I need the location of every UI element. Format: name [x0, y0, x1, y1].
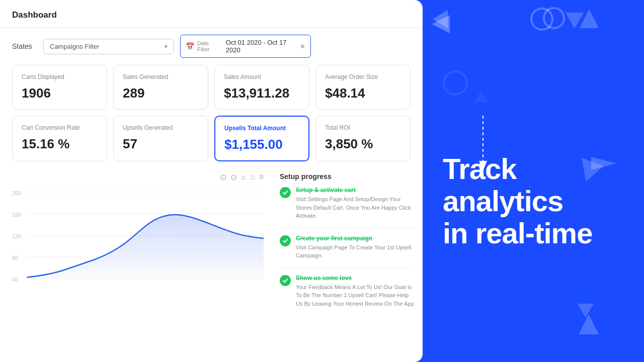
- svg-text:160: 160: [12, 212, 21, 218]
- stat-label-carts-displayed: Carts Displayed: [22, 73, 98, 80]
- stat-label-average-order-size: Average Order Size: [325, 73, 401, 80]
- setup-item-desc-3: Your Feedback Means A Lot To Us! Our Goa…: [296, 283, 415, 309]
- promo-line-2: analytics: [443, 185, 624, 217]
- chevron-down-icon: ▾: [165, 43, 168, 50]
- states-label: States: [12, 42, 37, 50]
- filters-row: States Campaigns Filter ▾ 📅 Date Filter …: [0, 28, 423, 65]
- setup-item-title-3: Show us some love: [296, 275, 415, 282]
- chart-zoom-icon[interactable]: ⌕: [241, 172, 246, 182]
- check-icon-3: [280, 275, 291, 286]
- check-icon-2: [280, 235, 291, 246]
- chart-home-icon[interactable]: ⌂: [250, 172, 255, 182]
- stat-card-cart-conversion-rate: Cart Conversion Rate 15.16 %: [12, 116, 107, 161]
- svg-marker-11: [432, 15, 450, 33]
- bg-triangle-bot-right: [579, 314, 599, 334]
- stat-card-average-order-size: Average Order Size $48.14: [315, 65, 411, 110]
- stats-grid-row1: Carts Displayed 1906 Sales Generated 289…: [0, 65, 423, 116]
- stat-value-carts-displayed: 1906: [22, 85, 98, 101]
- setup-item-content-2: Create your first campaign Visit Campaig…: [296, 235, 415, 260]
- setup-item-content-1: Setup & activate cart Visit Settings Pag…: [296, 187, 415, 220]
- bg-triangle-mid-right: [591, 151, 616, 176]
- promo-area: Track analytics in real-time: [423, 0, 644, 362]
- setup-item-2: Create your first campaign Visit Campaig…: [280, 235, 415, 267]
- date-filter-label: Date Filter: [197, 40, 221, 52]
- campaigns-filter-label: Campaigns Filter: [50, 43, 99, 50]
- setup-progress-title: Setup progress: [280, 172, 415, 180]
- date-filter-value: Oct 01 2020 - Oct 17 2020: [226, 39, 297, 54]
- svg-text:200: 200: [12, 190, 21, 196]
- stat-card-carts-displayed: Carts Displayed 1906: [12, 65, 107, 110]
- date-filter-close-icon[interactable]: ✕: [300, 43, 305, 50]
- setup-item-desc-2: Visit Campaign Page To Create Your 1st U…: [296, 243, 415, 260]
- setup-progress-panel: Setup progress Setup & activate cart Vis…: [272, 167, 423, 308]
- stat-value-sales-amount: $13,911.28: [224, 85, 300, 101]
- dashboard-panel: Dashboard States Campaigns Filter ▾ 📅 Da…: [0, 0, 423, 362]
- stat-label-upsells-total-amount: Upsells Total Amount: [224, 125, 299, 132]
- svg-text:80: 80: [12, 255, 18, 261]
- stat-value-average-order-size: $48.14: [325, 85, 401, 101]
- promo-line-3: in real-time: [443, 217, 624, 249]
- svg-text:120: 120: [12, 233, 21, 239]
- chart-toolbar: ⊙ ⊙ ⌕ ⌂ ≡: [12, 172, 264, 182]
- stat-label-total-roi: Total ROI: [325, 124, 401, 131]
- chart-menu-icon[interactable]: ≡: [259, 172, 264, 182]
- dashed-arrow: [433, 111, 488, 176]
- svg-point-12: [544, 8, 564, 28]
- dashboard-header: Dashboard: [0, 0, 423, 28]
- check-icon-1: [280, 187, 291, 198]
- stat-value-total-roi: 3,850 %: [325, 136, 401, 152]
- stat-label-cart-conversion-rate: Cart Conversion Rate: [22, 124, 98, 131]
- setup-item-desc-1: Visit Settings Page And Setup/Design You…: [296, 195, 415, 220]
- stat-label-sales-amount: Sales Amount: [224, 73, 300, 80]
- setup-item-1: Setup & activate cart Visit Settings Pag…: [280, 187, 415, 228]
- chart-area: ⊙ ⊙ ⌕ ⌂ ≡ 200 160 120 80 40: [0, 167, 272, 308]
- stats-grid-row2: Cart Conversion Rate 15.16 % Upsells Gen…: [0, 116, 423, 167]
- bg-triangle-left: [432, 15, 450, 33]
- svg-marker-14: [591, 157, 616, 170]
- setup-item-content-3: Show us some love Your Feedback Means A …: [296, 275, 415, 309]
- svg-marker-15: [579, 314, 599, 334]
- stat-card-sales-amount: Sales Amount $13,911.28: [214, 65, 309, 110]
- stat-value-sales-generated: 289: [123, 85, 199, 101]
- bottom-section: ⊙ ⊙ ⌕ ⌂ ≡ 200 160 120 80 40: [0, 167, 423, 308]
- setup-item-3: Show us some love Your Feedback Means A …: [280, 275, 415, 309]
- chart-container: 200 160 120 80 40: [12, 185, 264, 296]
- stat-value-upsells-total-amount: $1,155.00: [224, 137, 299, 152]
- svg-text:40: 40: [12, 277, 18, 283]
- svg-marker-10: [479, 161, 487, 171]
- stat-card-upsells-generated: Upsells Generated 57: [113, 116, 208, 161]
- stat-value-cart-conversion-rate: 15.16 %: [22, 136, 98, 152]
- setup-item-title-1: Setup & activate cart: [296, 187, 415, 194]
- campaigns-filter-dropdown[interactable]: Campaigns Filter ▾: [43, 39, 174, 54]
- stat-label-sales-generated: Sales Generated: [123, 73, 199, 80]
- page-title: Dashboard: [12, 10, 57, 20]
- chart-tool-1[interactable]: ⊙: [220, 172, 226, 182]
- chart-tool-2[interactable]: ⊙: [230, 172, 237, 182]
- stat-label-upsells-generated: Upsells Generated: [123, 124, 199, 131]
- stat-card-sales-generated: Sales Generated 289: [113, 65, 208, 110]
- stat-value-upsells-generated: 57: [123, 136, 199, 152]
- svg-marker-13: [580, 9, 599, 28]
- stat-card-total-roi: Total ROI 3,850 %: [315, 116, 411, 161]
- setup-item-title-2: Create your first campaign: [296, 235, 415, 242]
- calendar-icon: 📅: [186, 42, 194, 50]
- stat-card-upsells-total-amount: Upsells Total Amount $1,155.00: [214, 116, 309, 161]
- bg-circle-top: [542, 6, 566, 30]
- bg-triangle-top-right: [580, 9, 599, 28]
- date-filter-box[interactable]: 📅 Date Filter Oct 01 2020 - Oct 17 2020 …: [180, 35, 311, 58]
